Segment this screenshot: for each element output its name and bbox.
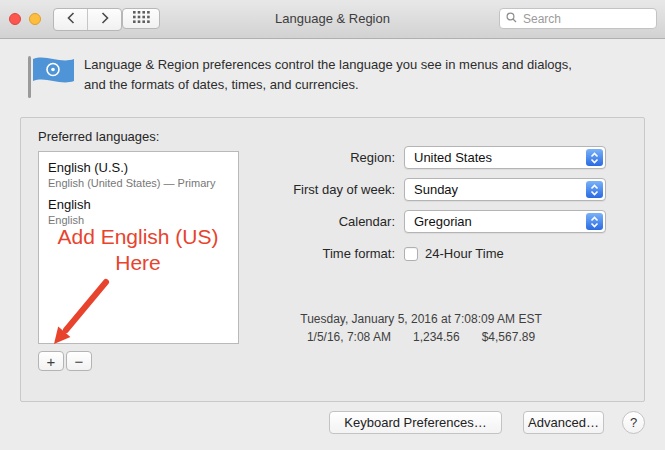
language-region-window: Language & Region Language & Region pref…	[0, 0, 665, 450]
search-input[interactable]	[521, 11, 650, 27]
24-hour-time-checkbox[interactable]	[404, 247, 418, 261]
first-day-label: First day of week:	[209, 182, 404, 197]
language-name: English	[48, 197, 229, 212]
first-day-select[interactable]: Sunday	[404, 178, 606, 201]
24-hour-time-checkbox-label: 24-Hour Time	[425, 246, 504, 261]
calendar-label: Calendar:	[209, 214, 404, 229]
first-day-row: First day of week: Sunday	[209, 178, 633, 201]
format-preview: Tuesday, January 5, 2016 at 7:08:09 AM E…	[209, 312, 633, 344]
region-row: Region: United States	[209, 146, 633, 169]
format-settings: Region: United States First day of week:…	[209, 146, 633, 274]
keyboard-preferences-button[interactable]: Keyboard Preferences…	[329, 411, 502, 434]
description-line2: and the formats of dates, times, and cur…	[84, 75, 572, 95]
time-format-label: Time format:	[209, 246, 404, 261]
search-field[interactable]	[499, 8, 657, 29]
search-icon	[506, 11, 517, 26]
language-name: English (U.S.)	[48, 160, 229, 175]
preview-currency: $4,567.89	[482, 330, 535, 344]
description-line1: Language & Region preferences control th…	[84, 55, 572, 75]
preview-number: 1,234.56	[413, 330, 460, 344]
first-day-value: Sunday	[405, 182, 586, 197]
language-subtitle: English (United States) — Primary	[48, 177, 229, 189]
language-subtitle: English	[48, 214, 229, 226]
un-flag-icon	[26, 55, 76, 102]
preview-examples: 1/5/16, 7:08 AM 1,234.56 $4,567.89	[209, 330, 633, 344]
advanced-button[interactable]: Advanced…	[523, 411, 604, 434]
list-edit-buttons: + −	[38, 351, 92, 371]
help-button[interactable]: ?	[622, 411, 645, 434]
remove-language-button[interactable]: −	[66, 351, 92, 371]
popup-stepper-icon	[586, 149, 603, 166]
popup-stepper-icon	[586, 213, 603, 230]
preferred-languages-label: Preferred languages:	[38, 129, 159, 144]
region-value: United States	[405, 150, 586, 165]
panel-description: Language & Region preferences control th…	[84, 55, 572, 95]
popup-stepper-icon	[586, 181, 603, 198]
calendar-select[interactable]: Gregorian	[404, 210, 606, 233]
preview-datetime-long: Tuesday, January 5, 2016 at 7:08:09 AM E…	[209, 312, 633, 326]
settings-groupbox: Preferred languages: English (U.S.) Engl…	[20, 117, 645, 402]
add-language-button[interactable]: +	[38, 351, 64, 371]
time-format-row: Time format: 24-Hour Time	[209, 242, 633, 265]
preview-datetime-short: 1/5/16, 7:08 AM	[307, 330, 391, 344]
calendar-row: Calendar: Gregorian	[209, 210, 633, 233]
region-label: Region:	[209, 150, 404, 165]
region-select[interactable]: United States	[404, 146, 606, 169]
titlebar: Language & Region	[0, 0, 665, 39]
calendar-value: Gregorian	[405, 214, 586, 229]
